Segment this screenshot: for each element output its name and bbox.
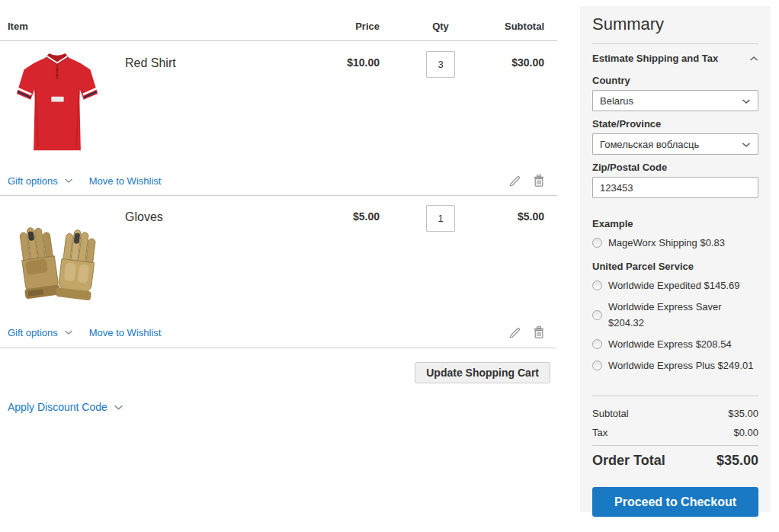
shipping-option-mageworx[interactable]: MageWorx Shipping $0.83: [592, 235, 758, 251]
tax-row: Tax $0.00: [592, 427, 758, 446]
order-total-label: Order Total: [592, 453, 665, 469]
gift-options-toggle[interactable]: Gift options: [8, 175, 58, 187]
summary-title: Summary: [592, 15, 758, 34]
subtotal-row: Subtotal $35.00: [592, 396, 758, 419]
order-total-row: Order Total $35.00: [592, 446, 758, 469]
summary-divider: [592, 43, 758, 44]
remove-item-button[interactable]: [534, 326, 544, 338]
summary-panel: Summary Estimate Shipping and Tax Countr…: [580, 6, 771, 512]
qty-input[interactable]: [426, 51, 455, 78]
tax-label: Tax: [592, 427, 607, 438]
pencil-icon: [509, 175, 521, 187]
state-province-select[interactable]: Гомельская вобласць: [592, 133, 758, 155]
state-province-select-value: Гомельская вобласць: [600, 139, 699, 150]
pencil-icon: [509, 327, 521, 338]
item-subtotal: $30.00: [502, 51, 544, 161]
shipping-option-ww-express-saver[interactable]: Worldwide Express Saver $204.32: [592, 299, 758, 331]
move-to-wishlist-link[interactable]: Move to Wishlist: [89, 175, 162, 187]
column-header-subtotal: Subtotal: [502, 21, 544, 32]
item-subtotal: $5.00: [502, 205, 544, 303]
chevron-down-icon: [114, 404, 123, 411]
subtotal-label: Subtotal: [592, 408, 629, 419]
shipping-option-ww-express-plus[interactable]: Worldwide Express Plus $249.01: [592, 357, 758, 373]
product-name[interactable]: Red Shirt: [125, 51, 176, 70]
chevron-down-icon: [742, 139, 751, 150]
remove-item-button[interactable]: [534, 175, 544, 187]
column-header-price: Price: [296, 21, 380, 32]
radio-icon[interactable]: [592, 280, 602, 290]
estimate-shipping-tax-title: Estimate Shipping and Tax: [592, 53, 718, 64]
shopping-cart-page: Item Price Qty Subtotal: [0, 0, 779, 532]
column-header-qty: Qty: [380, 21, 502, 32]
radio-icon[interactable]: [592, 238, 602, 248]
apply-discount-code-toggle[interactable]: Apply Discount Code: [0, 401, 557, 413]
cart-item-row: Red Shirt $10.00 $30.00 Gift options Mov…: [0, 51, 557, 196]
apply-discount-code-label[interactable]: Apply Discount Code: [8, 401, 107, 413]
subtotal-value: $35.00: [728, 408, 758, 419]
move-to-wishlist-link[interactable]: Move to Wishlist: [89, 327, 162, 338]
radio-icon[interactable]: [592, 310, 602, 320]
item-price: $5.00: [296, 205, 380, 303]
cart-table-header: Item Price Qty Subtotal: [0, 0, 557, 41]
chevron-up-icon: [749, 51, 758, 65]
cart-items-section: Item Price Qty Subtotal: [0, 0, 557, 413]
edit-item-button[interactable]: [509, 327, 521, 338]
item-price: $10.00: [296, 51, 380, 161]
proceed-to-checkout-button[interactable]: Proceed to Checkout: [592, 487, 758, 517]
country-label: Country: [592, 75, 758, 86]
order-total-value: $35.00: [716, 453, 758, 469]
trash-icon: [534, 326, 544, 338]
shipping-option-ww-express[interactable]: Worldwide Express $208.54: [592, 336, 758, 352]
state-province-label: State/Province: [592, 118, 758, 130]
gift-options-toggle[interactable]: Gift options: [8, 327, 58, 338]
red-polo-shirt-image: [12, 51, 102, 158]
chevron-down-icon: [64, 178, 73, 184]
tan-gloves-image: [12, 224, 104, 302]
shipping-group-title-ups: United Parcel Service: [592, 261, 758, 272]
country-select-value: Belarus: [600, 95, 633, 107]
tax-value: $0.00: [733, 427, 758, 438]
cart-item-row: Gloves $5.00 $5.00 Gift options Move to …: [0, 205, 557, 348]
edit-item-button[interactable]: [509, 175, 521, 187]
column-header-item: Item: [8, 21, 296, 32]
shipping-option-ww-expedited[interactable]: Worldwide Expedited $145.69: [592, 277, 758, 293]
chevron-down-icon: [64, 329, 73, 335]
product-image-gloves[interactable]: [8, 205, 114, 303]
update-shopping-cart-button[interactable]: Update Shopping Cart: [415, 362, 550, 383]
qty-input[interactable]: [426, 205, 455, 232]
country-select[interactable]: Belarus: [592, 90, 758, 111]
product-name[interactable]: Gloves: [125, 205, 163, 224]
radio-icon[interactable]: [592, 361, 602, 370]
shipping-group-title-example: Example: [592, 218, 758, 229]
trash-icon: [534, 175, 544, 187]
radio-icon[interactable]: [592, 339, 602, 349]
product-image-red-shirt[interactable]: [8, 51, 114, 161]
chevron-down-icon: [742, 95, 751, 107]
row-divider: [0, 195, 557, 196]
zip-postal-code-label: Zip/Postal Code: [592, 162, 758, 173]
zip-postal-code-input[interactable]: [592, 177, 758, 198]
estimate-shipping-tax-toggle[interactable]: Estimate Shipping and Tax: [592, 51, 758, 65]
row-divider: [0, 348, 557, 348]
shipping-methods: Example MageWorx Shipping $0.83 United P…: [592, 218, 758, 373]
